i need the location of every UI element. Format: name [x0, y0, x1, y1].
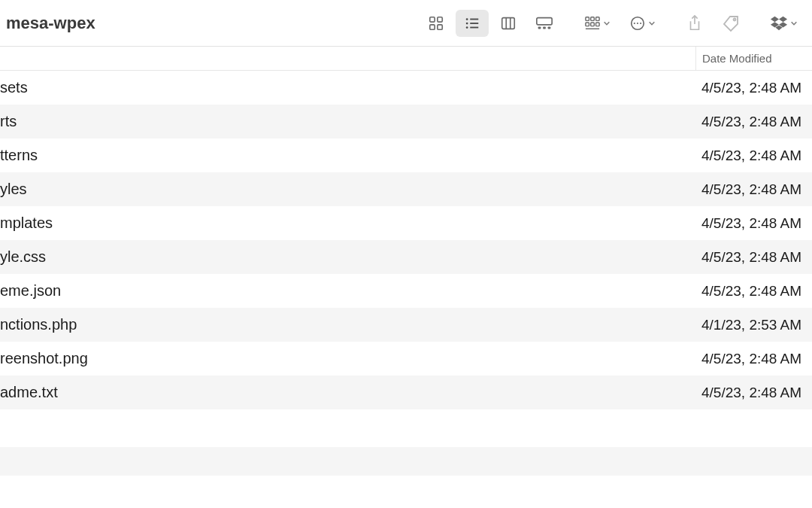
- ellipsis-circle-icon: [629, 15, 646, 32]
- file-name: yles: [0, 181, 695, 198]
- svg-rect-15: [543, 26, 546, 29]
- file-date: 4/5/23, 2:48 AM: [695, 114, 812, 130]
- more-actions-button[interactable]: [621, 10, 663, 37]
- view-list-button[interactable]: [456, 10, 489, 37]
- column-header-row: Date Modified: [0, 47, 812, 71]
- svg-rect-0: [430, 17, 435, 21]
- file-list: sets4/5/23, 2:48 AMrts4/5/23, 2:48 AMtte…: [0, 71, 812, 409]
- share-icon: [686, 14, 703, 32]
- file-row[interactable]: mplates4/5/23, 2:48 AM: [0, 206, 812, 240]
- file-name: reenshot.png: [0, 350, 695, 367]
- group-by-button[interactable]: [576, 10, 618, 37]
- file-name: tterns: [0, 147, 695, 164]
- file-date: 4/5/23, 2:48 AM: [695, 351, 812, 367]
- file-date: 4/1/23, 2:53 AM: [695, 317, 812, 333]
- file-name: yle.css: [0, 248, 695, 266]
- file-row[interactable]: nctions.php4/1/23, 2:53 AM: [0, 308, 812, 342]
- file-date: 4/5/23, 2:48 AM: [695, 181, 812, 198]
- svg-point-6: [466, 22, 468, 24]
- file-name: eme.json: [0, 282, 695, 300]
- grid-icon: [428, 15, 444, 32]
- svg-point-28: [734, 18, 736, 20]
- share-group: [678, 10, 747, 37]
- file-name: adme.txt: [0, 384, 695, 401]
- view-gallery-button[interactable]: [528, 10, 561, 37]
- svg-rect-2: [430, 24, 435, 29]
- columns-icon: [500, 15, 517, 32]
- chevron-down-icon: [603, 20, 611, 27]
- dropbox-button[interactable]: [762, 10, 804, 37]
- chevron-down-icon: [648, 20, 656, 27]
- file-name: sets: [0, 79, 695, 96]
- file-row[interactable]: adme.txt4/5/23, 2:48 AM: [0, 376, 812, 409]
- gallery-icon: [535, 15, 553, 32]
- file-row[interactable]: eme.json4/5/23, 2:48 AM: [0, 274, 812, 308]
- file-row[interactable]: rts4/5/23, 2:48 AM: [0, 105, 812, 138]
- share-button[interactable]: [678, 10, 711, 37]
- chevron-down-icon: [790, 20, 798, 27]
- file-date: 4/5/23, 2:48 AM: [695, 148, 812, 164]
- file-name: nctions.php: [0, 316, 695, 333]
- footer-stripe: [0, 447, 812, 476]
- group-icon: [584, 16, 601, 31]
- tags-button[interactable]: [714, 10, 747, 37]
- svg-rect-10: [502, 17, 515, 29]
- window-title: mesa-wpex: [6, 14, 95, 33]
- svg-rect-1: [438, 17, 442, 21]
- view-icons-button[interactable]: [420, 10, 453, 37]
- svg-rect-20: [585, 23, 589, 26]
- svg-point-27: [640, 22, 641, 23]
- svg-rect-13: [537, 17, 552, 24]
- svg-rect-21: [590, 23, 594, 26]
- svg-rect-16: [548, 26, 551, 29]
- file-date: 4/5/23, 2:48 AM: [695, 283, 812, 300]
- toolbar: mesa-wpex: [0, 0, 812, 47]
- svg-rect-3: [438, 24, 442, 29]
- svg-point-26: [636, 22, 638, 23]
- tag-icon: [722, 14, 740, 32]
- dropbox-icon: [770, 15, 788, 32]
- column-header-date[interactable]: Date Modified: [695, 47, 812, 70]
- svg-marker-29: [770, 16, 778, 21]
- file-date: 4/5/23, 2:48 AM: [695, 385, 812, 401]
- file-row[interactable]: yle.css4/5/23, 2:48 AM: [0, 240, 812, 274]
- svg-point-4: [466, 18, 468, 20]
- file-row[interactable]: tterns4/5/23, 2:48 AM: [0, 138, 812, 172]
- view-mode-group: [420, 10, 561, 37]
- file-date: 4/5/23, 2:48 AM: [695, 215, 812, 232]
- svg-rect-18: [590, 17, 594, 20]
- file-row[interactable]: sets4/5/23, 2:48 AM: [0, 71, 812, 105]
- file-row[interactable]: reenshot.png4/5/23, 2:48 AM: [0, 342, 812, 376]
- svg-marker-30: [779, 16, 787, 21]
- view-columns-button[interactable]: [492, 10, 525, 37]
- svg-rect-22: [595, 23, 599, 26]
- dropbox-group: [762, 10, 804, 37]
- file-name: rts: [0, 113, 695, 130]
- svg-rect-14: [538, 26, 541, 29]
- svg-rect-19: [595, 17, 599, 20]
- file-date: 4/5/23, 2:48 AM: [695, 80, 812, 96]
- svg-point-25: [633, 22, 635, 23]
- file-date: 4/5/23, 2:48 AM: [695, 249, 812, 266]
- svg-point-8: [466, 26, 468, 29]
- file-name: mplates: [0, 214, 695, 232]
- arrange-group: [576, 10, 663, 37]
- list-icon: [464, 15, 480, 32]
- svg-rect-17: [585, 17, 589, 20]
- file-row[interactable]: yles4/5/23, 2:48 AM: [0, 172, 812, 206]
